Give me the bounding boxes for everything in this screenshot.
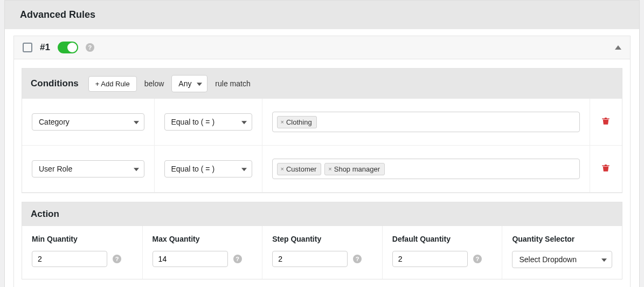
condition-tag-input[interactable]: ×Customer ×Shop manager (272, 159, 580, 179)
rule-header: #1 ? (14, 36, 630, 59)
conditions-rule-match-text: rule match (215, 79, 250, 88)
tag-remove-icon[interactable]: × (281, 166, 284, 172)
rule-checkbox[interactable] (23, 43, 32, 52)
default-quantity-input[interactable] (392, 251, 468, 267)
condition-operator-select[interactable]: Equal to ( = ) (164, 160, 252, 177)
step-quantity-cell: Step Quantity ? (262, 226, 382, 279)
table-row: Category Equal to ( = ) ×Clot (22, 99, 622, 146)
quantity-selector-cell: Quantity Selector Select Dropdown (502, 226, 622, 279)
quantity-selector-select-wrap: Select Dropdown (512, 251, 612, 268)
help-icon[interactable]: ? (353, 255, 362, 263)
conditions-header: Conditions + Add Rule below Any rule mat… (22, 69, 622, 99)
condition-tag-input[interactable]: ×Clothing (272, 112, 580, 132)
condition-field-select[interactable]: Category (32, 113, 144, 131)
min-quantity-label: Min Quantity (32, 235, 133, 243)
delete-row-button[interactable] (601, 162, 611, 175)
step-quantity-input[interactable] (272, 251, 348, 267)
tag-remove-icon[interactable]: × (281, 119, 284, 125)
quantity-selector-select[interactable]: Select Dropdown (512, 251, 612, 268)
min-quantity-cell: Min Quantity ? (22, 226, 142, 279)
help-icon[interactable]: ? (86, 43, 94, 52)
panel-title: Advanced Rules (5, 1, 639, 29)
tag: ×Shop manager (324, 163, 385, 175)
collapse-icon[interactable] (615, 45, 621, 50)
tag: ×Customer (277, 163, 322, 175)
rule-block: #1 ? Conditions + Add Rule below Any rul… (13, 36, 631, 287)
condition-operator-select-wrap: Equal to ( = ) (164, 113, 252, 131)
conditions-table: Category Equal to ( = ) ×Clot (22, 99, 622, 193)
default-quantity-label: Default Quantity (392, 235, 493, 243)
action-title: Action (31, 209, 59, 220)
max-quantity-input[interactable] (153, 251, 228, 267)
condition-operator-select[interactable]: Equal to ( = ) (164, 113, 252, 131)
trash-icon (601, 162, 611, 173)
action-header: Action (22, 202, 622, 226)
rule-number: #1 (40, 42, 50, 53)
quantity-selector-label: Quantity Selector (512, 235, 612, 243)
tag: ×Clothing (277, 116, 317, 128)
match-mode-select[interactable]: Any (171, 75, 207, 92)
conditions-title: Conditions (31, 78, 79, 89)
trash-icon (601, 115, 611, 126)
conditions-panel: Conditions + Add Rule below Any rule mat… (22, 68, 622, 193)
condition-field-select-wrap: User Role (32, 160, 144, 177)
max-quantity-cell: Max Quantity ? (142, 226, 262, 279)
match-mode-select-wrap: Any (171, 75, 207, 92)
advanced-rules-panel: Advanced Rules #1 ? Conditions + Add Rul… (4, 0, 640, 287)
default-quantity-cell: Default Quantity ? (382, 226, 502, 279)
condition-field-select[interactable]: User Role (32, 160, 144, 177)
action-panel: Action Min Quantity ? Max Quantity ? (22, 202, 622, 279)
min-quantity-input[interactable] (32, 251, 107, 267)
help-icon[interactable]: ? (233, 255, 242, 263)
help-icon[interactable]: ? (113, 255, 121, 263)
action-grid: Min Quantity ? Max Quantity ? Step Quant… (22, 226, 622, 279)
conditions-below-text: below (144, 79, 164, 88)
add-rule-button[interactable]: + Add Rule (88, 76, 137, 92)
help-icon[interactable]: ? (473, 255, 482, 263)
delete-row-button[interactable] (601, 115, 611, 128)
condition-field-select-wrap: Category (32, 113, 144, 131)
condition-operator-select-wrap: Equal to ( = ) (164, 160, 252, 177)
table-row: User Role Equal to ( = ) ×Cus (22, 146, 622, 193)
step-quantity-label: Step Quantity (272, 235, 372, 243)
max-quantity-label: Max Quantity (153, 235, 253, 243)
rule-enable-toggle[interactable] (58, 42, 78, 53)
tag-remove-icon[interactable]: × (328, 166, 331, 172)
